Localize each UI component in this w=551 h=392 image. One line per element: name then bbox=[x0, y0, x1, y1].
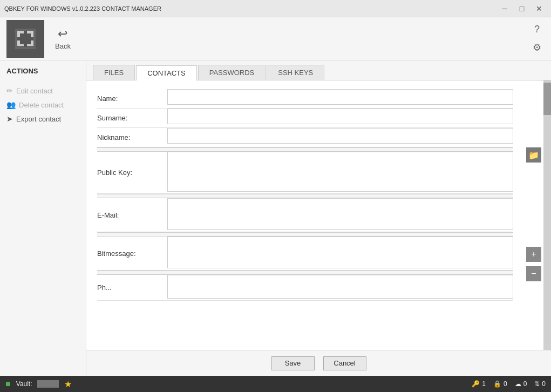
add-icon: + bbox=[531, 249, 536, 259]
form-row-bitmessage: Bitmessage: bbox=[97, 236, 513, 271]
svg-rect-7 bbox=[26, 33, 31, 38]
form-and-right: Name: Surname: bbox=[86, 80, 551, 350]
lock-group: 🔒 0 bbox=[493, 380, 507, 388]
cloud-icon: ☁ bbox=[515, 380, 521, 388]
back-button[interactable]: ↩ Back bbox=[55, 27, 71, 50]
email-input-wrap bbox=[167, 198, 513, 232]
email-remove-button[interactable]: − bbox=[526, 266, 541, 281]
statusbar-right: 🔑 1 🔒 0 ☁ 0 ⇅ 0 bbox=[472, 380, 546, 388]
settings-button[interactable]: ⚙ bbox=[529, 40, 545, 55]
folder-button[interactable]: 📁 bbox=[526, 147, 541, 163]
nickname-label: Nickname: bbox=[97, 128, 167, 147]
nickname-input[interactable] bbox=[167, 128, 513, 144]
phone-textarea[interactable] bbox=[167, 275, 513, 299]
cloud-group: ☁ 0 bbox=[515, 380, 527, 388]
transfer-count: 0 bbox=[542, 380, 546, 388]
scrollbar-thumb bbox=[543, 83, 551, 115]
phone-label: Ph... bbox=[97, 278, 167, 297]
form-row-public-key: Public Key: bbox=[97, 152, 513, 194]
restore-button[interactable]: □ bbox=[514, 3, 529, 14]
footer: Save Cancel bbox=[86, 350, 551, 376]
edit-icon: ✏ bbox=[6, 86, 13, 95]
svg-rect-11 bbox=[17, 37, 33, 40]
tab-files[interactable]: FILES bbox=[93, 65, 135, 80]
folder-icon: 📁 bbox=[528, 150, 539, 160]
vault-value bbox=[37, 380, 59, 388]
close-button[interactable]: ✕ bbox=[532, 3, 547, 14]
bitmessage-textarea[interactable] bbox=[167, 236, 513, 268]
cloud-count: 0 bbox=[523, 380, 527, 388]
app-body: ↩ Back ? ⚙ ACTIONS ✏ Edit contact 👥 Dele… bbox=[0, 17, 551, 392]
sep-3 bbox=[97, 232, 513, 236]
lock-icon: 🔒 bbox=[493, 380, 501, 388]
sep-4 bbox=[97, 271, 513, 275]
save-button[interactable]: Save bbox=[271, 356, 315, 370]
form-row-nickname: Nickname: bbox=[97, 128, 513, 147]
titlebar-title: QBKEY FOR WINDOWS v1.0.2.223 CONTACT MAN… bbox=[4, 5, 161, 12]
name-input-wrap bbox=[167, 89, 513, 105]
bitmessage-label: Bitmessage: bbox=[97, 244, 167, 263]
delete-contact-label: Delete contact bbox=[19, 101, 64, 109]
back-arrow-icon: ↩ bbox=[58, 27, 67, 41]
cancel-button[interactable]: Cancel bbox=[323, 356, 366, 370]
lock-count: 0 bbox=[504, 380, 507, 388]
form-row-name: Name: bbox=[97, 89, 513, 109]
titlebar: QBKEY FOR WINDOWS v1.0.2.223 CONTACT MAN… bbox=[0, 0, 551, 17]
svg-rect-8 bbox=[20, 40, 24, 44]
transfer-group: ⇅ 0 bbox=[534, 380, 546, 388]
logo bbox=[6, 20, 44, 58]
surname-label: Surname: bbox=[97, 109, 167, 127]
back-label: Back bbox=[55, 42, 71, 50]
email-textarea[interactable] bbox=[167, 198, 513, 230]
statusbar-left: ■ Vault: ★ bbox=[5, 379, 72, 389]
help-button[interactable]: ? bbox=[529, 22, 545, 37]
public-key-textarea[interactable] bbox=[167, 152, 513, 192]
public-key-label: Public Key: bbox=[97, 163, 167, 182]
form-scroll[interactable]: Name: Surname: bbox=[86, 80, 524, 350]
sidebar-item-delete-contact: 👥 Delete contact bbox=[4, 98, 81, 112]
phone-input-wrap bbox=[167, 275, 513, 300]
form-row-phone: Ph... bbox=[97, 275, 513, 301]
tab-ssh-keys[interactable]: SSH KEYS bbox=[267, 65, 324, 80]
tab-contacts[interactable]: CONTACTS bbox=[136, 65, 197, 80]
sidebar-title: ACTIONS bbox=[4, 67, 81, 75]
bitmessage-input-wrap bbox=[167, 236, 513, 270]
right-col: 📁 + − bbox=[524, 80, 543, 350]
export-icon: ➤ bbox=[6, 114, 13, 123]
titlebar-controls: ─ □ ✕ bbox=[497, 3, 547, 14]
form-content: Name: Surname: bbox=[86, 80, 524, 309]
key-group: 🔑 1 bbox=[472, 380, 486, 388]
edit-contact-label: Edit contact bbox=[16, 87, 53, 95]
surname-input[interactable] bbox=[167, 109, 513, 124]
star-icon: ★ bbox=[64, 379, 72, 389]
svg-rect-9 bbox=[26, 40, 31, 44]
sidebar-item-export-contact[interactable]: ➤ Export contact bbox=[4, 112, 81, 126]
name-label: Name: bbox=[97, 89, 167, 108]
header: ↩ Back ? ⚙ bbox=[0, 17, 551, 60]
content: ACTIONS ✏ Edit contact 👥 Delete contact … bbox=[0, 60, 551, 376]
nickname-input-wrap bbox=[167, 128, 513, 144]
form-row-surname: Surname: bbox=[97, 109, 513, 128]
sidebar: ACTIONS ✏ Edit contact 👥 Delete contact … bbox=[0, 60, 86, 376]
minimize-button[interactable]: ─ bbox=[497, 3, 512, 14]
sidebar-item-edit-contact: ✏ Edit contact bbox=[4, 84, 81, 98]
email-label: E-Mail: bbox=[97, 206, 167, 225]
svg-rect-6 bbox=[20, 33, 24, 38]
connection-icon: ■ bbox=[5, 379, 11, 389]
form-row-email: E-Mail: bbox=[97, 198, 513, 232]
remove-icon: − bbox=[531, 269, 536, 279]
key-count: 1 bbox=[482, 380, 486, 388]
sep-1 bbox=[97, 147, 513, 152]
email-add-button[interactable]: + bbox=[526, 247, 541, 262]
tab-passwords[interactable]: PASSWORDS bbox=[198, 65, 266, 80]
transfer-icon: ⇅ bbox=[534, 380, 540, 388]
name-input[interactable] bbox=[167, 89, 513, 105]
vault-label: Vault: bbox=[16, 380, 32, 388]
statusbar: ■ Vault: ★ 🔑 1 🔒 0 ☁ 0 ⇅ 0 bbox=[0, 376, 551, 392]
export-contact-label: Export contact bbox=[16, 115, 61, 123]
scrollbar-area[interactable] bbox=[543, 80, 551, 350]
main-panel: FILES CONTACTS PASSWORDS SSH KEYS Name: bbox=[86, 60, 551, 376]
key-icon: 🔑 bbox=[472, 380, 480, 388]
public-key-input-wrap bbox=[167, 152, 513, 193]
header-right: ? ⚙ bbox=[529, 22, 545, 55]
